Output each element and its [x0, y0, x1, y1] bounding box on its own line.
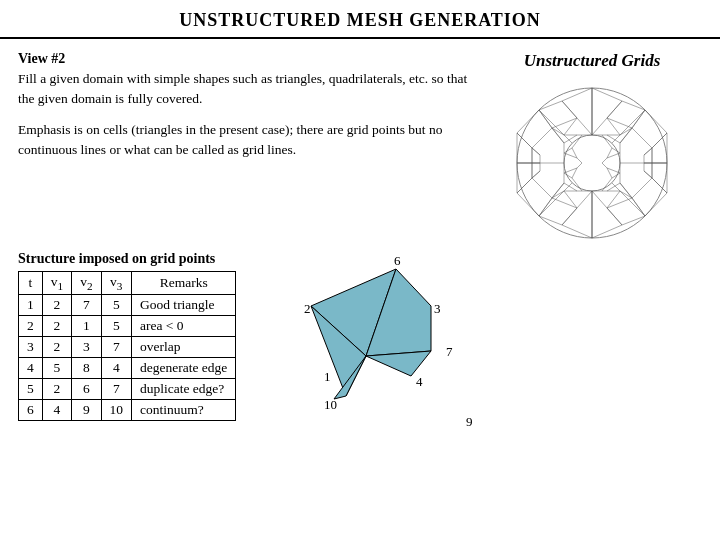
view-label: View #2: [18, 51, 472, 67]
table-cell: 2: [42, 336, 71, 357]
svg-marker-10: [592, 88, 622, 135]
table-cell: 3: [19, 336, 43, 357]
table-row: 64910continuum?: [19, 399, 236, 420]
svg-text:1: 1: [324, 369, 331, 384]
description: Fill a given domain with simple shapes s…: [18, 69, 472, 110]
svg-marker-11: [562, 88, 592, 135]
table-cell: 4: [42, 399, 71, 420]
svg-marker-17: [517, 133, 532, 163]
svg-marker-43: [532, 163, 540, 178]
table-cell-remark: duplicate edge?: [132, 378, 236, 399]
table-cell: 2: [42, 378, 71, 399]
svg-marker-16: [652, 133, 667, 163]
table-cell: 4: [101, 357, 132, 378]
section-heading: Unstructured Grids: [524, 51, 661, 71]
table-cell: 2: [19, 315, 43, 336]
table-cell: 5: [42, 357, 71, 378]
svg-marker-19: [517, 163, 532, 193]
col-v3: v3: [101, 272, 132, 295]
col-v1: v1: [42, 272, 71, 295]
svg-marker-20: [632, 178, 667, 216]
svg-marker-86: [366, 351, 431, 376]
table-cell: 2: [42, 315, 71, 336]
table-cell: 5: [19, 378, 43, 399]
svg-point-1: [564, 135, 620, 191]
svg-text:9: 9: [466, 414, 473, 429]
table-cell: 8: [72, 357, 101, 378]
table-cell: 7: [101, 336, 132, 357]
table-cell-remark: area < 0: [132, 315, 236, 336]
svg-marker-42: [644, 163, 652, 178]
svg-marker-25: [562, 191, 592, 238]
table-cell: 9: [72, 399, 101, 420]
svg-marker-18: [652, 163, 667, 193]
svg-text:4: 4: [416, 374, 423, 389]
svg-marker-24: [592, 191, 622, 238]
page-title: UNSTRUCTURED MESH GENERATION: [0, 0, 720, 39]
svg-text:3: 3: [434, 301, 441, 316]
svg-text:2: 2: [304, 301, 311, 316]
table-cell-remark: continuum?: [132, 399, 236, 420]
col-remarks: Remarks: [132, 272, 236, 295]
svg-marker-41: [532, 148, 540, 163]
table-row: 5267duplicate edge?: [19, 378, 236, 399]
table-row: 3237overlap: [19, 336, 236, 357]
table-row: 4584degenerate edge: [19, 357, 236, 378]
table-cell-remark: overlap: [132, 336, 236, 357]
svg-text:7: 7: [446, 344, 453, 359]
table-cell: 3: [72, 336, 101, 357]
table-cell: 7: [72, 294, 101, 315]
table-cell: 10: [101, 399, 132, 420]
table-cell: 7: [101, 378, 132, 399]
triangle-diagram: 6 2 3 7 5,8 4 10 9 1: [246, 251, 702, 431]
table-cell: 6: [19, 399, 43, 420]
table-cell: 5: [101, 294, 132, 315]
donut-mesh-diagram: [492, 83, 692, 243]
table-cell: 2: [42, 294, 71, 315]
table-cell-remark: Good triangle: [132, 294, 236, 315]
svg-marker-15: [517, 110, 552, 148]
table-cell: 1: [19, 294, 43, 315]
col-v2: v2: [72, 272, 101, 295]
table-cell-remark: degenerate edge: [132, 357, 236, 378]
svg-marker-21: [517, 178, 552, 216]
table-cell: 4: [19, 357, 43, 378]
grid-table: t v1 v2 v3 Remarks 1275Good triangle2215…: [18, 271, 236, 421]
table-row: 1275Good triangle: [19, 294, 236, 315]
table-cell: 5: [101, 315, 132, 336]
table-title: Structure imposed on grid points: [18, 251, 236, 267]
svg-marker-14: [632, 110, 667, 148]
table-cell: 1: [72, 315, 101, 336]
emphasis: Emphasis is on cells (triangles in the p…: [18, 120, 472, 161]
triangle-svg: 6 2 3 7 5,8 4 10 9 1: [246, 251, 526, 436]
col-t: t: [19, 272, 43, 295]
table-row: 2215area < 0: [19, 315, 236, 336]
table-cell: 6: [72, 378, 101, 399]
svg-marker-40: [644, 148, 652, 163]
svg-text:6: 6: [394, 253, 401, 268]
